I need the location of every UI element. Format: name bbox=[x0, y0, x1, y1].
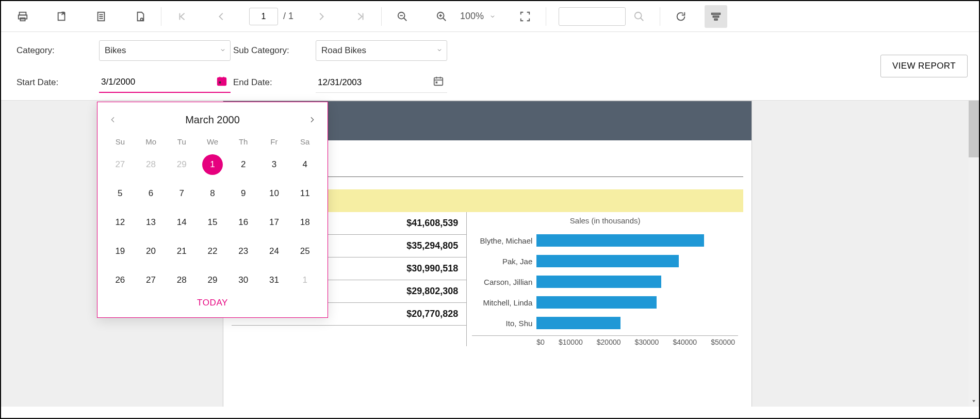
calendar-day[interactable]: 25 bbox=[289, 241, 320, 262]
calendar-day[interactable]: 30 bbox=[228, 270, 259, 291]
refresh-button[interactable] bbox=[669, 5, 692, 28]
calendar-day[interactable]: 12 bbox=[105, 212, 136, 233]
calendar-day[interactable]: 1 bbox=[289, 270, 320, 291]
svg-rect-22 bbox=[714, 19, 717, 20]
calendar-month-title[interactable]: March 2000 bbox=[185, 114, 240, 126]
calendar-day[interactable]: 13 bbox=[136, 212, 167, 233]
scroll-down-arrow[interactable] bbox=[969, 395, 979, 407]
svg-line-15 bbox=[443, 18, 446, 21]
toggle-parameters-button[interactable] bbox=[705, 5, 727, 28]
calendar-day[interactable]: 27 bbox=[136, 270, 167, 291]
calendar-day-selected[interactable]: 1 bbox=[202, 154, 223, 175]
export-button[interactable] bbox=[51, 5, 73, 28]
calendar-day[interactable]: 28 bbox=[136, 154, 167, 175]
view-report-button[interactable]: VIEW REPORT bbox=[880, 55, 968, 77]
next-page-button[interactable] bbox=[310, 5, 333, 28]
calendar-day[interactable]: 28 bbox=[166, 270, 197, 291]
calendar-day[interactable]: 17 bbox=[259, 212, 290, 233]
scrollbar-thumb[interactable] bbox=[969, 101, 979, 157]
zoom-out-button[interactable] bbox=[391, 5, 414, 28]
last-page-button[interactable] bbox=[349, 5, 372, 28]
page-layout-button[interactable] bbox=[90, 5, 112, 28]
chart-category-label: Pak, Jae bbox=[472, 257, 536, 266]
calendar-dow: Su bbox=[105, 137, 136, 146]
sales-chart: Sales (in thousands) Blythe, MichaelPak,… bbox=[467, 212, 743, 346]
calendar-today-button[interactable]: TODAY bbox=[105, 291, 320, 311]
calendar-day[interactable]: 29 bbox=[197, 270, 228, 291]
chart-bar-row: Ito, Shu bbox=[472, 313, 738, 333]
page-number-input[interactable] bbox=[249, 8, 278, 25]
calendar-day[interactable]: 19 bbox=[105, 241, 136, 262]
svg-rect-3 bbox=[58, 12, 65, 20]
svg-rect-32 bbox=[436, 82, 438, 84]
svg-point-8 bbox=[140, 18, 143, 21]
calendar-day[interactable]: 2 bbox=[228, 154, 259, 175]
calendar-next-month[interactable] bbox=[308, 114, 316, 127]
chevron-down-icon bbox=[220, 45, 226, 56]
svg-rect-28 bbox=[434, 78, 443, 86]
vertical-scrollbar[interactable] bbox=[969, 101, 979, 407]
calendar-day[interactable]: 29 bbox=[166, 154, 197, 175]
calendar-day[interactable]: 15 bbox=[197, 212, 228, 233]
page-setup-button[interactable] bbox=[129, 5, 152, 28]
chart-bar-row: Pak, Jae bbox=[472, 251, 738, 271]
svg-rect-20 bbox=[712, 13, 721, 14]
end-date-input[interactable] bbox=[317, 77, 399, 88]
svg-line-19 bbox=[641, 18, 644, 21]
chart-category-label: Carson, Jillian bbox=[472, 278, 536, 286]
calendar-day[interactable]: 7 bbox=[166, 183, 197, 204]
calendar-day[interactable]: 27 bbox=[105, 154, 136, 175]
calendar-icon[interactable] bbox=[216, 75, 227, 89]
calendar-day[interactable]: 23 bbox=[228, 241, 259, 262]
zoom-dropdown[interactable] bbox=[487, 11, 498, 22]
calendar-day[interactable]: 8 bbox=[197, 183, 228, 204]
start-date-input[interactable] bbox=[100, 76, 183, 88]
viewer-toolbar: / 1 100% bbox=[1, 1, 979, 32]
calendar-dow: Sa bbox=[289, 137, 320, 146]
calendar-day[interactable]: 6 bbox=[136, 183, 167, 204]
fit-to-page-button[interactable] bbox=[514, 5, 536, 28]
calendar-day[interactable]: 18 bbox=[289, 212, 320, 233]
calendar-dow: We bbox=[197, 137, 228, 146]
chart-tick-label: $0 bbox=[536, 338, 545, 346]
search-input[interactable] bbox=[559, 7, 626, 26]
svg-line-12 bbox=[404, 18, 407, 21]
calendar-day[interactable]: 10 bbox=[259, 183, 290, 204]
start-date-field[interactable] bbox=[99, 72, 231, 93]
chart-tick-label: $30000 bbox=[635, 338, 659, 346]
chart-bar bbox=[536, 317, 620, 329]
zoom-level-label: 100% bbox=[460, 11, 484, 22]
calendar-day[interactable]: 4 bbox=[289, 154, 320, 175]
calendar-day[interactable]: 24 bbox=[259, 241, 290, 262]
subcategory-value: Road Bikes bbox=[321, 45, 366, 56]
calendar-day[interactable]: 5 bbox=[105, 183, 136, 204]
calendar-prev-month[interactable] bbox=[109, 114, 117, 127]
calendar-day[interactable]: 16 bbox=[228, 212, 259, 233]
print-button[interactable] bbox=[11, 5, 34, 28]
calendar-day[interactable]: 21 bbox=[166, 241, 197, 262]
svg-rect-23 bbox=[218, 77, 226, 85]
parameters-panel: Category: Bikes Sub Category: Road Bikes… bbox=[1, 32, 979, 101]
chart-title: Sales (in thousands) bbox=[472, 216, 738, 225]
calendar-icon[interactable] bbox=[433, 75, 444, 89]
category-label: Category: bbox=[17, 45, 99, 56]
calendar-day[interactable]: 9 bbox=[228, 183, 259, 204]
chart-category-label: Ito, Shu bbox=[472, 319, 536, 328]
subcategory-dropdown[interactable]: Road Bikes bbox=[316, 40, 447, 61]
calendar-day[interactable]: 22 bbox=[197, 241, 228, 262]
chart-bar bbox=[536, 276, 661, 288]
category-dropdown[interactable]: Bikes bbox=[99, 40, 231, 61]
calendar-day[interactable]: 14 bbox=[166, 212, 197, 233]
search-button[interactable] bbox=[628, 5, 650, 28]
calendar-day[interactable]: 20 bbox=[136, 241, 167, 262]
calendar-day[interactable]: 3 bbox=[259, 154, 290, 175]
zoom-in-button[interactable] bbox=[430, 5, 453, 28]
svg-rect-21 bbox=[713, 16, 719, 17]
calendar-day[interactable]: 11 bbox=[289, 183, 320, 204]
prev-page-button[interactable] bbox=[210, 5, 233, 28]
first-page-button[interactable] bbox=[171, 5, 193, 28]
subcategory-label: Sub Category: bbox=[233, 45, 316, 56]
calendar-day[interactable]: 26 bbox=[105, 270, 136, 291]
end-date-field[interactable] bbox=[316, 72, 447, 93]
calendar-day[interactable]: 31 bbox=[259, 270, 290, 291]
